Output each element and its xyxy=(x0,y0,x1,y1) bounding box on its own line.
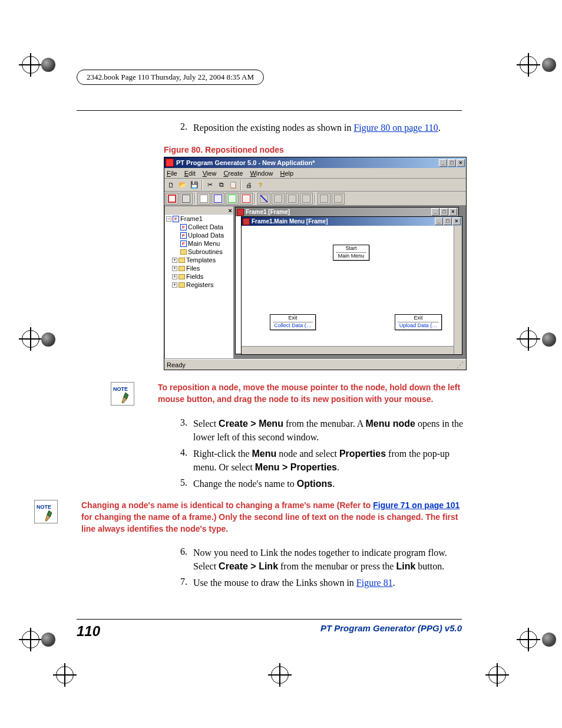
collapse-icon[interactable]: − xyxy=(166,216,171,222)
tree-root[interactable]: Frame1 xyxy=(180,215,203,222)
maximize-button[interactable]: □ xyxy=(440,208,448,216)
node-label: Main Menu xyxy=(336,253,366,259)
scrollbar-horizontal[interactable] xyxy=(242,346,454,354)
maximize-button[interactable]: □ xyxy=(448,159,456,167)
reg-dot xyxy=(41,633,55,647)
step-text: Change the node's name to Options. xyxy=(193,477,465,490)
menu-file[interactable]: File xyxy=(167,170,177,177)
folder-icon xyxy=(178,258,185,263)
tool-node3-icon[interactable] xyxy=(226,193,239,205)
expand-icon[interactable]: + xyxy=(172,274,177,279)
resize-grip-icon[interactable]: ⋰ xyxy=(457,361,464,369)
figure-link[interactable]: Figure 80 on page 110 xyxy=(353,123,438,133)
menu-help[interactable]: Help xyxy=(280,170,294,177)
paste-icon[interactable]: 📋 xyxy=(228,180,239,190)
print-icon[interactable]: 🖨 xyxy=(243,180,254,190)
minimize-button[interactable]: _ xyxy=(435,218,443,225)
reg-mark xyxy=(488,666,506,684)
step-text: Select Create > Menu from the menubar. A… xyxy=(193,417,465,444)
text: . xyxy=(393,578,395,588)
start-node[interactable]: Start Main Menu xyxy=(333,245,369,261)
tool-node1-icon[interactable] xyxy=(197,193,210,205)
note-text: Changing a node's name is identical to c… xyxy=(81,500,465,535)
step-number: 3. xyxy=(177,417,193,444)
step-text: Use the mouse to draw the Links shown in… xyxy=(193,577,465,589)
reg-dot xyxy=(41,58,55,72)
close-button[interactable]: × xyxy=(457,159,465,167)
bold: Menu xyxy=(252,449,277,459)
tree-pane: × −FFrame1 FCollect Data FUpload Data FM… xyxy=(164,206,234,359)
tree-item[interactable]: Registers xyxy=(186,281,213,288)
tree-item[interactable]: Fields xyxy=(186,273,203,280)
tree-item[interactable]: Collect Data xyxy=(188,223,223,230)
tool-misc2-icon[interactable] xyxy=(332,193,345,205)
reg-dot xyxy=(542,58,556,72)
text: node and select xyxy=(276,449,339,459)
text: button. xyxy=(415,561,444,571)
mdi-canvas: Frame1 [Frame] _ □ × Frame1.Ma xyxy=(234,206,466,359)
menu-edit[interactable]: Edit xyxy=(184,170,196,177)
pencil-icon xyxy=(44,509,56,522)
maximize-button[interactable]: □ xyxy=(444,218,452,225)
tree-item[interactable]: Upload Data xyxy=(188,232,224,239)
cut-icon[interactable]: ✂ xyxy=(204,180,215,190)
book-header: 2342.book Page 110 Thursday, July 22, 20… xyxy=(77,70,264,85)
exit-node-upload[interactable]: Exit Upload Data (… xyxy=(395,314,442,330)
child-title: Frame1 [Frame] _ □ × xyxy=(236,207,458,216)
window-title: PT Program Generator 5.0 - New Applicati… xyxy=(176,159,315,166)
scrollbar-vertical[interactable] xyxy=(454,226,462,354)
new-icon[interactable]: 🗋 xyxy=(166,180,176,190)
expand-icon[interactable]: + xyxy=(172,282,177,288)
minimize-button[interactable]: _ xyxy=(439,159,447,167)
tree-item[interactable]: Templates xyxy=(186,256,216,263)
text: Use the mouse to draw the Links shown in xyxy=(193,578,356,588)
tree-item[interactable]: Files xyxy=(186,265,200,272)
tool-link3-icon[interactable] xyxy=(286,193,299,205)
figure-caption: Figure 80. Repositioned nodes xyxy=(164,145,465,154)
tree-close-icon[interactable]: × xyxy=(229,207,232,214)
menu-view[interactable]: View xyxy=(203,170,217,177)
bold: Properties xyxy=(339,449,386,459)
bold: Menu > Properties xyxy=(255,462,337,472)
expand-icon[interactable]: + xyxy=(172,266,177,271)
help-icon[interactable]: ? xyxy=(255,180,266,190)
child-title: Frame1.Main Menu [Frame] _ □ × xyxy=(242,217,462,226)
step-text: Reposition the existing nodes as shown i… xyxy=(193,121,465,134)
copy-icon[interactable]: ⧉ xyxy=(216,180,227,190)
figure-link[interactable]: Figure 71 on page 101 xyxy=(373,500,459,510)
tool-link2-icon[interactable] xyxy=(272,193,285,205)
step-text: Right-click the Menu node and select Pro… xyxy=(193,447,465,474)
toolbar-nodes xyxy=(164,192,466,206)
child-window-mainmenu[interactable]: Frame1.Main Menu [Frame] _ □ × Start xyxy=(241,216,462,355)
tool-node4-icon[interactable] xyxy=(240,193,253,205)
reg-dot xyxy=(41,332,55,347)
close-button[interactable]: × xyxy=(449,208,457,216)
open-icon[interactable]: 📂 xyxy=(177,180,188,190)
save-icon[interactable]: 💾 xyxy=(189,180,200,190)
child-title-text: Frame1.Main Menu [Frame] xyxy=(252,218,328,225)
tool-node2-icon[interactable] xyxy=(211,193,224,205)
figure-link[interactable]: Figure 81 xyxy=(356,578,393,588)
tree-item[interactable]: Main Menu xyxy=(188,240,220,247)
reg-mark xyxy=(56,666,74,684)
tree-item[interactable]: Subroutines xyxy=(188,248,223,255)
bold: Create > Link xyxy=(219,561,278,571)
text: for changing the name of a frame.) Only … xyxy=(81,512,458,533)
close-button[interactable]: × xyxy=(452,218,461,225)
design-canvas[interactable]: Start Main Menu Exit Collect Data (… Exi… xyxy=(242,226,462,354)
reg-mark xyxy=(520,56,537,74)
note-text: To reposition a node, move the mouse poi… xyxy=(158,382,465,406)
menu-create[interactable]: Create xyxy=(223,170,243,177)
tool-misc1-icon[interactable] xyxy=(318,193,330,205)
tool-link4-icon[interactable] xyxy=(300,193,313,205)
tool-link1-icon[interactable] xyxy=(257,193,270,205)
titlebar: PT Program Generator 5.0 - New Applicati… xyxy=(164,157,466,168)
tool-frame-icon[interactable] xyxy=(166,193,178,205)
menu-window[interactable]: Window xyxy=(250,170,273,177)
exit-node-collect[interactable]: Exit Collect Data (… xyxy=(270,314,316,330)
top-rule xyxy=(77,110,462,111)
pencil-icon xyxy=(121,391,133,404)
expand-icon[interactable]: + xyxy=(172,258,177,263)
tool-script-icon[interactable] xyxy=(180,193,193,205)
minimize-button[interactable]: _ xyxy=(431,208,439,216)
